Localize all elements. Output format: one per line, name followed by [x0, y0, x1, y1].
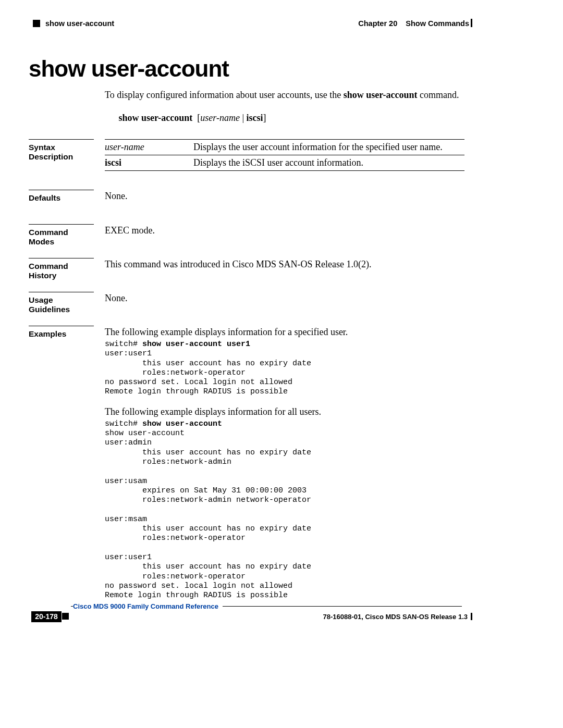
command-history-value: This command was introduced in Cisco MDS…	[105, 259, 464, 270]
page: show user-account Chapter 20 Show Comman…	[0, 0, 563, 728]
example-lead-1: The following example displays informati…	[105, 327, 464, 338]
running-head-left: show user-account	[33, 19, 114, 28]
examples-block: The following example displays informati…	[105, 327, 464, 600]
section-label-examples: Examples	[29, 326, 94, 339]
footer-page-number: 20-178	[31, 611, 62, 622]
command-synopsis: show user-account [user-name | iscsi]	[105, 112, 464, 124]
table-row: iscsi Displays the iSCSI user account in…	[105, 155, 464, 171]
footer-rule-mark-icon	[471, 613, 472, 620]
command-modes-value: EXEC mode.	[105, 225, 464, 236]
example-lead-2: The following example displays informati…	[105, 406, 464, 417]
section-label-syntax: Syntax Description	[29, 139, 94, 162]
defaults-value: None.	[105, 191, 464, 202]
square-bullet-icon	[33, 20, 40, 27]
footer-book-title: Cisco MDS 9000 Family Command Reference	[73, 602, 223, 610]
syntax-description-table: user-name Displays the user account info…	[105, 139, 464, 171]
running-head-right: Chapter 20 Show Commands	[358, 19, 469, 28]
footer-square-icon	[62, 613, 69, 620]
usage-guidelines-value: None.	[105, 293, 464, 304]
running-head-left-text: show user-account	[45, 19, 114, 28]
section-label-modes: Command Modes	[29, 224, 94, 246]
header-rule-icon	[471, 19, 472, 27]
table-row: user-name Displays the user account info…	[105, 140, 464, 155]
example-cli-1: switch# show user-account user1 user:use…	[105, 340, 464, 397]
footer-doc-id: 78-16088-01, Cisco MDS SAN-OS Release 1.…	[323, 613, 468, 621]
intro-paragraph: To display configured information about …	[105, 89, 464, 101]
section-label-history: Command History	[29, 258, 94, 280]
example-cli-2: switch# show user-account show user-acco…	[105, 419, 464, 601]
section-label-usage: Usage Guidelines	[29, 292, 94, 314]
page-title: show user-account	[29, 56, 229, 82]
section-label-defaults: Defaults	[29, 190, 94, 203]
